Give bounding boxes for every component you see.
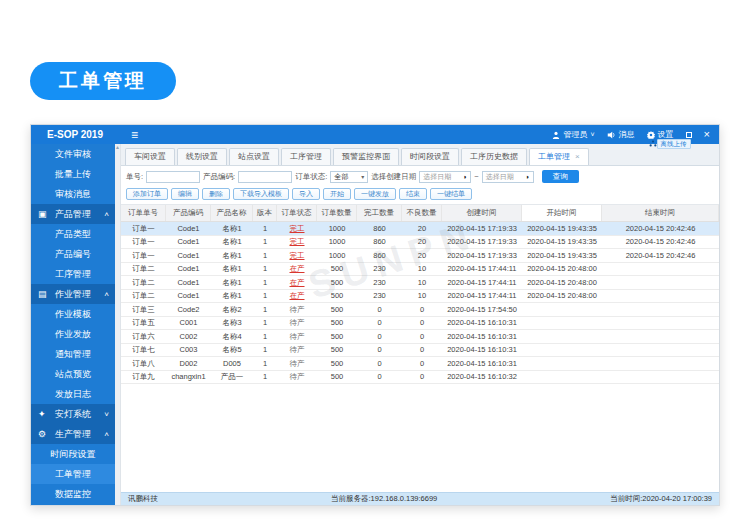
cell: 1 (253, 263, 277, 276)
cell: 名称5 (211, 344, 253, 357)
tab-线别设置[interactable]: 线别设置 (177, 148, 227, 165)
work-order-management-button[interactable]: 工单管理 (30, 62, 176, 100)
toolbar-button-添加订单[interactable]: 添加订单 (126, 188, 168, 200)
table-row[interactable]: 订单一Code1名称11完工1000860202020-04-15 17:19:… (121, 236, 719, 250)
cell: 订单一 (121, 222, 166, 235)
gear-icon (647, 131, 655, 139)
cell: 完工 (277, 222, 317, 235)
chevron-up-icon: ˄ (104, 430, 109, 439)
tab-工单管理[interactable]: 工单管理× (529, 148, 589, 165)
calendar-icon[interactable]: ◗ (525, 173, 529, 180)
settings-button[interactable]: 设置 离线上传 (647, 129, 674, 140)
column-header-订单状态[interactable]: 订单状态 (277, 205, 317, 221)
close-tab-icon[interactable]: × (575, 153, 580, 161)
sidebar-item-批量上传[interactable]: 批量上传 (31, 164, 115, 184)
column-header-不良数量[interactable]: 不良数量 (402, 205, 442, 221)
toolbar-button-结束[interactable]: 结束 (399, 188, 427, 200)
sidebar-item-审核消息[interactable]: 审核消息 (31, 184, 115, 204)
scroll-up-icon[interactable]: ▲ (115, 144, 120, 150)
toolbar-button-导入[interactable]: 导入 (292, 188, 320, 200)
sidebar-item-文件审核[interactable]: 文件审核 (31, 144, 115, 164)
sidebar-item-发放日志[interactable]: 发放日志 (31, 384, 115, 404)
user-label: 管理员 (563, 129, 587, 140)
sidebar-item-工序管理[interactable]: 工序管理 (31, 264, 115, 284)
sidebar-item-工单管理[interactable]: 工单管理 (31, 464, 115, 484)
hamburger-menu-icon[interactable]: ≡ (131, 129, 138, 141)
sidebar-item-通知管理[interactable]: 通知管理 (31, 344, 115, 364)
sidebar-item-时间段设置[interactable]: 时间段设置 (31, 444, 115, 464)
tab-预警监控界面[interactable]: 预警监控界面 (333, 148, 399, 165)
table-row[interactable]: 订单一Code1名称11完工1000860202020-04-15 17:19:… (121, 222, 719, 236)
table-row[interactable]: 订单七C003名称51待产500002020-04-15 16:10:31 (121, 344, 719, 358)
messages-button[interactable]: 消息 (607, 129, 635, 140)
product-code-input[interactable] (238, 171, 292, 183)
close-window-button[interactable]: × (704, 129, 710, 140)
cell: 860 (357, 222, 402, 235)
column-header-产品编码[interactable]: 产品编码 (166, 205, 211, 221)
sidebar-item-作业发放[interactable]: 作业发放 (31, 324, 115, 344)
sidebar-item-产品编号[interactable]: 产品编号 (31, 244, 115, 264)
cell: 2020-04-15 17:19:33 (442, 222, 522, 235)
sidebar-item-数据监控[interactable]: 数据监控 (31, 484, 115, 504)
tab-工序历史数据[interactable]: 工序历史数据 (461, 148, 527, 165)
table-row[interactable]: 订单九changxin1产品一1待产500002020-04-15 16:10:… (121, 371, 719, 385)
app-window: E-SOP 2019 ≡ 管理员 ˅ 消息 设置 离线上传 × (30, 124, 720, 506)
sidebar-item-产品类型[interactable]: 产品类型 (31, 224, 115, 244)
table-row[interactable]: 订单二Code1名称11在产500230102020-04-15 17:44:1… (121, 276, 719, 290)
sidebar-item-站点预览[interactable]: 站点预览 (31, 364, 115, 384)
order-status-select[interactable]: 全部 ▾ (330, 171, 368, 183)
sidebar-item-生产管理[interactable]: ⚙生产管理˄ (31, 424, 115, 444)
toolbar-button-下载导入模板[interactable]: 下载导入模板 (233, 188, 289, 200)
sidebar-item-产品管理[interactable]: ▣产品管理˄ (31, 204, 115, 224)
cell: 名称1 (211, 236, 253, 249)
tab-工序管理[interactable]: 工序管理 (281, 148, 331, 165)
cell: 待产 (277, 330, 317, 343)
tab-时间段设置[interactable]: 时间段设置 (401, 148, 459, 165)
toolbar-button-编辑[interactable]: 编辑 (171, 188, 199, 200)
cell: 2020-04-15 17:19:33 (442, 249, 522, 262)
user-menu[interactable]: 管理员 ˅ (552, 129, 594, 140)
toolbar-button-删除[interactable]: 删除 (202, 188, 230, 200)
column-header-开始时间[interactable]: 开始时间 (522, 205, 602, 221)
column-header-订单单号[interactable]: 订单单号 (121, 205, 166, 221)
sidebar-item-作业模板[interactable]: 作业模板 (31, 304, 115, 324)
column-header-产品名称[interactable]: 产品名称 (211, 205, 253, 221)
sidebar-item-label: 数据监控 (55, 488, 91, 501)
cell: 名称1 (211, 290, 253, 303)
calendar-icon[interactable]: ◗ (463, 173, 467, 180)
cell: 在产 (277, 290, 317, 303)
column-header-订单数量[interactable]: 订单数量 (317, 205, 357, 221)
table-row[interactable]: 订单二Code1名称11在产500230102020-04-15 17:44:1… (121, 263, 719, 277)
tab-站点设置[interactable]: 站点设置 (229, 148, 279, 165)
sidebar-item-作业管理[interactable]: ▤作业管理˄ (31, 284, 115, 304)
toolbar-button-一键结单[interactable]: 一键结单 (430, 188, 472, 200)
toolbar-button-开始[interactable]: 开始 (323, 188, 351, 200)
table-row[interactable]: 订单一Code1名称11完工1000860202020-04-15 17:19:… (121, 249, 719, 263)
sidebar-item-工序历史数据[interactable]: 工序历史数据 (31, 504, 115, 505)
sidebar-item-安灯系统[interactable]: ✦安灯系统˅ (31, 404, 115, 424)
order-no-input[interactable] (146, 171, 200, 183)
toolbar-button-一键发放[interactable]: 一键发放 (354, 188, 396, 200)
table-row[interactable]: 订单三Code2名称21待产500002020-04-15 17:54:50 (121, 303, 719, 317)
order-status-label: 订单状态: (295, 172, 327, 182)
tab-车间设置[interactable]: 车间设置 (125, 148, 175, 165)
cell (602, 344, 719, 357)
table-row[interactable]: 订单六C002名称41待产500002020-04-15 16:10:31 (121, 330, 719, 344)
cell: 2020-04-15 17:44:11 (442, 263, 522, 276)
restore-window-button[interactable] (686, 132, 692, 138)
cell: 订单二 (121, 263, 166, 276)
column-header-创建时间[interactable]: 创建时间 (442, 205, 522, 221)
cell (522, 317, 602, 330)
date-from-input[interactable]: 选择日期 ◗ (419, 171, 471, 183)
date-to-input[interactable]: 选择日期 ◗ (482, 171, 534, 183)
query-button[interactable]: 查询 (542, 170, 579, 183)
column-header-完工数量[interactable]: 完工数量 (357, 205, 402, 221)
table-row[interactable]: 订单八D002D0051待产500002020-04-15 16:10:31 (121, 357, 719, 371)
table-row[interactable]: 订单二Code1名称11在产500230102020-04-15 17:44:1… (121, 290, 719, 304)
cell: Code1 (166, 263, 211, 276)
column-header-版本[interactable]: 版本 (253, 205, 277, 221)
cell: 0 (357, 303, 402, 316)
cell: 订单七 (121, 344, 166, 357)
table-row[interactable]: 订单五C001名称31待产500002020-04-15 16:10:31 (121, 317, 719, 331)
column-header-结束时间[interactable]: 结束时间 (602, 205, 719, 221)
